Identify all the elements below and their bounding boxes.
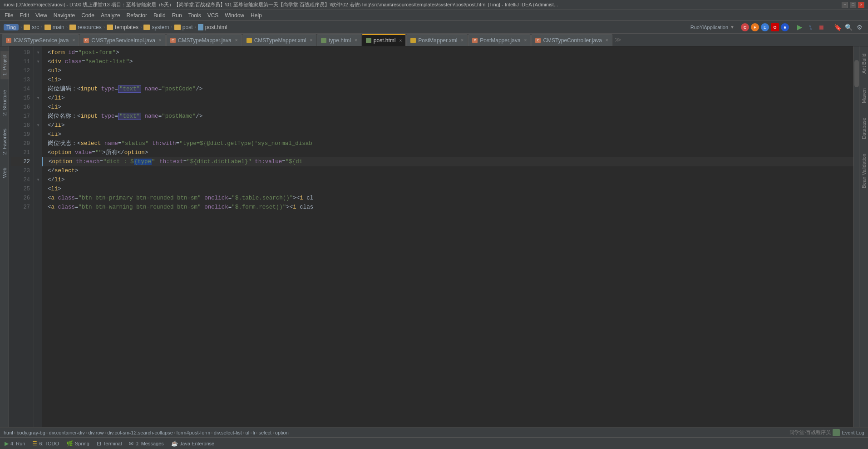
menu-tools[interactable]: Tools xyxy=(186,11,204,20)
tab-close-controller[interactable]: × xyxy=(606,38,608,43)
tab-close-postmapper-java[interactable]: × xyxy=(524,38,527,43)
fold-11[interactable]: ▾ xyxy=(34,57,42,66)
code-line-19[interactable]: <li> xyxy=(42,130,853,139)
event-log-label[interactable]: Event Log xyxy=(842,430,864,435)
module-label[interactable]: Ting xyxy=(4,24,19,30)
code-line-20[interactable]: 岗位状态：<select name="status" th:with="type… xyxy=(42,139,853,148)
menu-edit[interactable]: Edit xyxy=(17,11,32,20)
tab-postmapper-java[interactable]: P PostMapper.java × xyxy=(468,34,531,46)
path-html[interactable]: html xyxy=(4,430,13,435)
firefox-icon[interactable]: F xyxy=(751,23,759,31)
tab-close-icon[interactable]: × xyxy=(72,38,75,43)
path-row[interactable]: div.row xyxy=(88,430,104,435)
database-panel-label[interactable]: Database xyxy=(860,114,868,143)
menu-help[interactable]: Help xyxy=(248,11,265,20)
code-line-13[interactable]: <li> xyxy=(42,75,853,85)
run-button[interactable]: ▶ xyxy=(794,22,804,32)
menu-navigate[interactable]: Navigate xyxy=(51,11,78,20)
project-panel-label[interactable]: 1: Project xyxy=(0,51,9,79)
code-line-27[interactable]: <a class="btn btn-warning btn-rounded bt… xyxy=(42,203,853,212)
debug-button[interactable]: ⑊ xyxy=(805,22,815,32)
tab-cmstype-controller[interactable]: C CMSTypeController.java × xyxy=(531,34,612,46)
search-everywhere-button[interactable]: 🔍 xyxy=(843,22,853,32)
web-panel-label[interactable]: Web xyxy=(1,166,8,180)
breadcrumb-post-folder[interactable]: post xyxy=(174,24,193,30)
code-line-18[interactable]: </li> xyxy=(42,121,853,130)
menu-vcs[interactable]: VCS xyxy=(205,11,222,20)
code-line-26[interactable]: <a class="btn btn-primary btn-rounded bt… xyxy=(42,194,853,203)
scrollbar-thumb[interactable] xyxy=(854,60,859,87)
path-select[interactable]: select xyxy=(258,430,271,435)
path-body[interactable]: body.gray-bg xyxy=(16,430,45,435)
menu-view[interactable]: View xyxy=(33,11,50,20)
stop-button[interactable]: ⏹ xyxy=(816,22,826,32)
path-ul[interactable]: ul xyxy=(246,430,250,435)
chrome-icon[interactable]: C xyxy=(741,23,749,31)
code-line-22[interactable]: <option th:each="dict : ${type" th:text=… xyxy=(42,157,853,166)
menu-run[interactable]: Run xyxy=(169,11,185,20)
code-line-24[interactable]: </li> xyxy=(42,175,853,185)
tab-close-type-html[interactable]: × xyxy=(355,38,357,43)
opera-icon[interactable]: O xyxy=(771,23,779,31)
path-option[interactable]: option xyxy=(275,430,289,435)
tab-cmstype-mapper-xml[interactable]: CMSTypeMapper.xml × xyxy=(242,34,317,46)
path-li[interactable]: li xyxy=(253,430,255,435)
code-content[interactable]: <form id="post-form"> <div class="select… xyxy=(42,46,853,427)
breadcrumb-module[interactable]: Ting xyxy=(4,24,19,30)
code-line-10[interactable]: <form id="post-form"> xyxy=(42,48,853,57)
menu-window[interactable]: Window xyxy=(222,11,247,20)
todo-tool-button[interactable]: ☰ 6: TODO xyxy=(30,439,62,448)
tab-type-html[interactable]: type.html × xyxy=(317,34,361,46)
code-line-14[interactable]: 岗位编码：<input type="text" name="postCode"/… xyxy=(42,85,853,94)
path-select-list[interactable]: div.select-list xyxy=(214,430,242,435)
breadcrumb-post-html[interactable]: post.html xyxy=(198,24,227,30)
code-line-15[interactable]: </li> xyxy=(42,94,853,103)
menu-analyze[interactable]: Analyze xyxy=(98,11,123,20)
bean-validation-panel-label[interactable]: Bean Validation xyxy=(860,150,868,192)
vertical-scrollbar[interactable] xyxy=(853,46,859,427)
code-line-16[interactable]: <li> xyxy=(42,103,853,112)
tab-close-impl[interactable]: × xyxy=(159,38,162,43)
spring-tool-button[interactable]: 🌿 Spring xyxy=(64,439,92,448)
terminal-tool-button[interactable]: ⊡ Terminal xyxy=(94,439,125,448)
maximize-button[interactable]: □ xyxy=(850,2,856,8)
tab-cmstype-mapper[interactable]: C CMSTypeMapper.java × xyxy=(166,34,242,46)
app-selector[interactable]: RuoYiApplication ▼ xyxy=(690,25,735,30)
favorites-panel-label[interactable]: 2: Favorites xyxy=(1,127,8,156)
menu-code[interactable]: Code xyxy=(79,11,97,20)
code-line-25[interactable]: <li> xyxy=(42,185,853,194)
tab-close-postmapper-xml[interactable]: × xyxy=(461,38,464,43)
tab-close-post-html[interactable]: × xyxy=(399,38,402,43)
tab-close-mapper[interactable]: × xyxy=(235,38,238,43)
code-line-17[interactable]: 岗位名称：<input type="text" name="postName"/… xyxy=(42,112,853,121)
code-line-21[interactable]: <option value="">所有</option> xyxy=(42,148,853,157)
bookmark-button[interactable]: 🔖 xyxy=(833,22,843,32)
menu-refactor[interactable]: Refactor xyxy=(124,11,150,20)
minimize-button[interactable]: − xyxy=(842,2,848,8)
path-col[interactable]: div.col-sm-12.search-collapse xyxy=(107,430,173,435)
tab-overflow-icon[interactable]: ≫ xyxy=(615,36,621,44)
event-log-icon[interactable] xyxy=(833,429,840,436)
fold-18[interactable]: ▾ xyxy=(34,121,42,130)
breadcrumb-resources[interactable]: resources xyxy=(69,24,102,30)
structure-panel-label[interactable]: 2: Structure xyxy=(1,88,8,118)
breadcrumb-main[interactable]: main xyxy=(44,24,64,30)
ie-icon[interactable]: e xyxy=(781,23,789,31)
ant-build-panel-label[interactable]: Ant Build xyxy=(860,50,868,77)
breadcrumb-system[interactable]: system xyxy=(143,24,169,30)
title-controls[interactable]: − □ × xyxy=(842,2,864,8)
messages-tool-button[interactable]: ✉ 0: Messages xyxy=(126,439,166,448)
tab-close-mapper-xml[interactable]: × xyxy=(310,38,312,43)
run-tool-button[interactable]: ▶ 4: Run xyxy=(2,439,28,448)
edge-icon[interactable]: E xyxy=(761,23,769,31)
tab-icmstype-service-impl[interactable]: C CMSTypeServiceImpl.java × xyxy=(79,34,166,46)
tab-post-html[interactable]: post.html × xyxy=(362,34,406,46)
breadcrumb-src[interactable]: src xyxy=(24,24,39,30)
settings-button[interactable]: ⚙ xyxy=(854,22,864,32)
menu-build[interactable]: Build xyxy=(151,11,168,20)
path-form[interactable]: form#post-form xyxy=(177,430,211,435)
java-enterprise-tool-button[interactable]: ☕ Java Enterprise xyxy=(168,439,217,448)
close-button[interactable]: × xyxy=(858,2,864,8)
fold-15[interactable]: ▾ xyxy=(34,94,42,103)
maven-panel-label[interactable]: Maven xyxy=(860,85,868,107)
